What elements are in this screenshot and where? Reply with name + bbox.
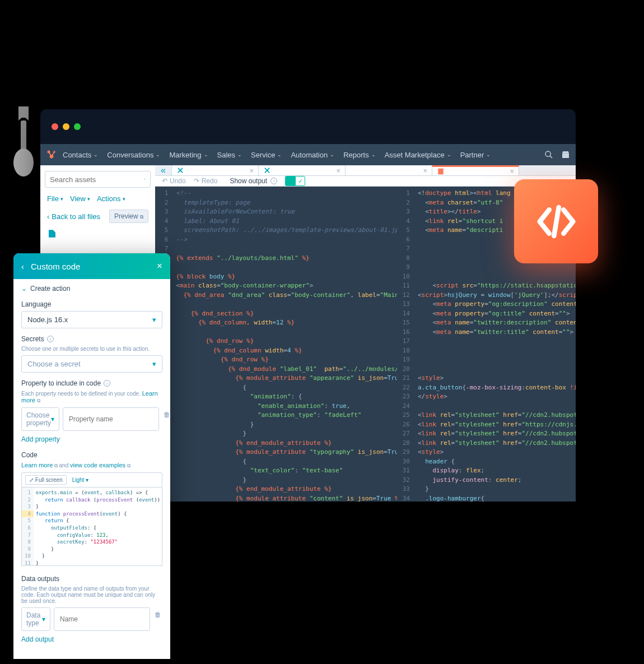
- show-output-label: Show output i: [230, 177, 277, 185]
- tab-close[interactable]: ×: [336, 166, 340, 175]
- language-label: Language: [21, 300, 162, 308]
- secrets-help: Choose one or multiple secrets to use in…: [21, 346, 162, 352]
- close-icon[interactable]: ×: [157, 261, 162, 272]
- nav-contacts[interactable]: Contacts⌄: [63, 151, 98, 159]
- nav-marketing[interactable]: Marketing⌄: [169, 151, 208, 159]
- code-editor-toolbar: ⤢ Full screen Light ▾: [21, 472, 162, 487]
- search-icon: [144, 175, 146, 184]
- svg-rect-6: [562, 153, 569, 158]
- trash-icon[interactable]: 🗑: [153, 607, 162, 631]
- create-action-row[interactable]: ⌄ Create action: [21, 285, 162, 292]
- tab-close[interactable]: ×: [423, 166, 427, 175]
- fullscreen-button[interactable]: ⤢ Full screen: [25, 475, 67, 485]
- nav-items-container: Contacts⌄ Conversations⌄ Marketing⌄ Sale…: [63, 151, 544, 159]
- tab-close[interactable]: ×: [510, 167, 514, 175]
- search-assets-field[interactable]: [50, 175, 144, 184]
- external-link-icon: ⧉: [140, 214, 143, 220]
- language-select[interactable]: Node.js 16.x▾: [21, 311, 162, 328]
- info-icon[interactable]: i: [47, 336, 54, 342]
- marketplace-icon[interactable]: [561, 150, 570, 159]
- custom-code-body: ⌄ Create action Language Node.js 16.x▾ S…: [13, 279, 170, 659]
- nav-sales[interactable]: Sales⌄: [217, 151, 242, 159]
- close-icon: [176, 166, 184, 174]
- back-preview-row: ‹ Back to all files Preview ⧉: [45, 210, 151, 223]
- editor-toolbar: ↶ Undo ↷ Redo Show output i ✓: [155, 176, 576, 187]
- trash-icon[interactable]: 🗑: [162, 407, 170, 431]
- property-name-input[interactable]: [63, 407, 159, 431]
- editor-tab-1[interactable]: ×: [172, 165, 259, 175]
- file-menu-actions[interactable]: Actions ▾: [97, 194, 125, 203]
- code-brackets-icon: [533, 198, 580, 245]
- custom-code-panel: ‹ Custom code × ⌄ Create action Language…: [13, 253, 170, 659]
- wrench-hand-illustration: [8, 104, 39, 182]
- top-navigation: Contacts⌄ Conversations⌄ Marketing⌄ Sale…: [40, 144, 576, 165]
- code-body-left[interactable]: <!-- templateType: page isAvailableForNe…: [171, 187, 396, 502]
- file-menu-view[interactable]: View ▾: [70, 194, 90, 203]
- info-icon[interactable]: i: [104, 380, 110, 387]
- custom-code-title: Custom code: [31, 262, 80, 271]
- hubspot-logo-icon: [46, 149, 57, 160]
- file-menu-file[interactable]: File ▾: [47, 194, 63, 203]
- file-icon: [437, 168, 445, 175]
- nav-conversations[interactable]: Conversations⌄: [107, 151, 160, 159]
- code-label: Code: [21, 451, 162, 459]
- secrets-select[interactable]: Choose a secret▾: [21, 355, 162, 373]
- tab-close[interactable]: ×: [249, 166, 254, 175]
- search-icon[interactable]: [544, 150, 553, 159]
- line-gutter-right: 1234567891011121314151617181920212223242…: [397, 187, 413, 502]
- undo-button[interactable]: ↶ Undo: [162, 177, 186, 185]
- left-code-pane[interactable]: 1234567891011121314151617181920212223242…: [155, 187, 397, 502]
- nav-automation[interactable]: Automation⌄: [291, 151, 334, 159]
- svg-point-1: [13, 148, 34, 177]
- nav-right-tools: [544, 150, 570, 159]
- external-link-icon: ⧉: [37, 398, 40, 403]
- output-toggle[interactable]: ✓: [285, 176, 305, 186]
- property-row: Choose property▾ 🗑: [21, 407, 162, 431]
- file-type-icon: [47, 229, 57, 239]
- output-row: Data type▾ 🗑: [21, 607, 162, 631]
- nav-marketplace[interactable]: Asset Marketplace⌄: [385, 151, 451, 159]
- max-dot[interactable]: [74, 123, 81, 130]
- view-examples-link[interactable]: view code examples: [70, 462, 125, 468]
- mini-gutter: 1234567891011: [22, 487, 34, 565]
- mini-code-editor[interactable]: 1234567891011 exports.main = (event, cal…: [21, 487, 162, 566]
- data-outputs-help: Define the data type and name of outputs…: [21, 586, 162, 604]
- nav-partner[interactable]: Partner⌄: [460, 151, 491, 159]
- custom-code-header: ‹ Custom code ×: [13, 253, 170, 279]
- preview-button[interactable]: Preview ⧉: [109, 210, 148, 223]
- redo-button[interactable]: ↷ Redo: [194, 177, 218, 185]
- svg-point-7: [144, 179, 146, 180]
- data-type-select[interactable]: Data type▾: [21, 607, 50, 631]
- collapse-sidebar-button[interactable]: «: [155, 165, 172, 175]
- nav-reports[interactable]: Reports⌄: [343, 151, 376, 159]
- close-dot[interactable]: [52, 123, 58, 130]
- file-menu-row: File ▾ View ▾ Actions ▾: [45, 194, 151, 203]
- back-chevron-icon[interactable]: ‹: [21, 262, 24, 271]
- editor-zone: « × × × × ↶ Undo ↷ Redo: [155, 165, 576, 502]
- nav-service[interactable]: Service⌄: [251, 151, 282, 159]
- editor-tabs: « × × × ×: [155, 165, 576, 176]
- property-help: Each property needs to be defined in you…: [21, 390, 162, 404]
- mini-code-body[interactable]: exports.main = (event, callback) => { re…: [34, 487, 162, 565]
- data-outputs-label: Data outputs: [21, 575, 162, 583]
- output-name-input[interactable]: [54, 607, 150, 631]
- add-output-link[interactable]: Add output: [21, 635, 54, 643]
- min-dot[interactable]: [63, 123, 69, 130]
- search-assets-input[interactable]: [45, 171, 151, 188]
- close-icon: [263, 166, 271, 174]
- theme-select[interactable]: Light ▾: [72, 477, 89, 483]
- code-badge: [514, 179, 598, 263]
- editor-tab-2[interactable]: ×: [259, 165, 346, 175]
- add-property-link[interactable]: Add property: [21, 435, 60, 443]
- back-to-files-link[interactable]: ‹ Back to all files: [47, 212, 100, 221]
- code-help-links: Learn more ⧉ and view code examples ⧉: [21, 462, 162, 469]
- secrets-label: Secrets i: [21, 335, 162, 343]
- editor-tab-active[interactable]: ×: [432, 165, 519, 175]
- svg-rect-8: [438, 168, 443, 174]
- info-icon[interactable]: i: [270, 178, 277, 184]
- editor-tab-3[interactable]: ×: [346, 165, 432, 175]
- choose-property-select[interactable]: Choose property▾: [21, 407, 59, 431]
- window-traffic-lights: [40, 109, 576, 144]
- learn-more-link[interactable]: Learn more: [21, 462, 53, 468]
- property-label: Property to include in code i: [21, 379, 162, 387]
